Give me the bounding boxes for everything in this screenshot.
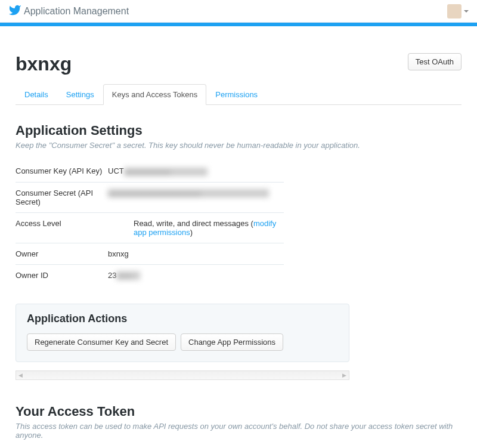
owner-id-label: Owner ID [16,271,108,280]
access-level-value: Read, write, and direct messages (modify… [134,219,284,237]
main-container: bxnxg Test OAuth Details Settings Keys a… [0,26,477,448]
owner-id-prefix: 23 [108,271,116,280]
tab-settings[interactable]: Settings [57,84,103,105]
consumer-key-prefix: UCT [108,166,124,175]
twitter-logo-icon [8,4,21,18]
app-actions-title: Application Actions [27,313,338,325]
access-token-desc: This access token can be used to make AP… [16,422,461,440]
access-level-row: Access Level Read, write, and direct mes… [16,213,284,243]
test-oauth-button[interactable]: Test OAuth [408,53,461,70]
access-token-section: Your Access Token This access token can … [16,404,461,448]
change-permissions-button[interactable]: Change App Permissions [181,333,283,351]
consumer-secret-label: Consumer Secret (API Secret) [16,189,108,206]
access-level-prefix: Read, write, and direct messages ( [134,219,253,228]
access-token-title: Your Access Token [16,404,461,419]
app-settings-title: Application Settings [16,123,461,138]
tab-permissions[interactable]: Permissions [206,84,267,105]
app-name: bxnxg [16,53,72,75]
owner-id-value: 23xxxx [108,271,284,280]
access-level-suffix: ) [190,228,193,237]
consumer-key-row: Consumer Key (API Key) UCTxxxxxxxxxxxx [16,160,284,183]
app-settings-table: Consumer Key (API Key) UCTxxxxxxxxxxxx C… [16,160,284,286]
header-left: Application Management [8,4,129,18]
owner-label: Owner [16,249,108,258]
owner-value: bxnxg [108,249,284,258]
chevron-down-icon [464,10,469,13]
tab-keys-tokens[interactable]: Keys and Access Tokens [103,84,207,105]
regenerate-key-button[interactable]: Regenerate Consumer Key and Secret [27,333,176,351]
redacted-text: xxxx [116,271,140,280]
user-menu[interactable] [447,4,469,18]
app-actions-panel: Application Actions Regenerate Consumer … [16,304,349,362]
consumer-key-value: UCTxxxxxxxxxxxx [108,166,284,176]
tab-details[interactable]: Details [16,84,57,105]
consumer-key-label: Consumer Key (API Key) [16,166,108,176]
scroll-left-icon: ◀ [18,372,23,378]
header-title: Application Management [24,6,129,17]
app-header: bxnxg Test OAuth [16,53,461,75]
consumer-secret-value: xxxxxxxxxxxxxxxxxxxxxxxx [108,189,284,206]
redacted-text: xxxxxxxxxxxxxxxxxxxxxxxx [108,189,269,197]
tabs: Details Settings Keys and Access Tokens … [16,84,461,105]
owner-row: Owner bxnxg [16,243,284,265]
consumer-secret-row: Consumer Secret (API Secret) xxxxxxxxxxx… [16,183,284,213]
top-header: Application Management [0,0,477,23]
redacted-text: xxxxxxxxxxxx [124,168,207,176]
app-settings-desc: Keep the "Consumer Secret" a secret. Thi… [16,141,461,150]
owner-id-row: Owner ID 23xxxx [16,265,284,286]
horizontal-scrollbar[interactable]: ◀ ▶ [16,370,349,380]
avatar [447,4,461,18]
scroll-right-icon: ▶ [342,372,346,378]
access-level-label: Access Level [16,219,134,237]
app-actions-buttons: Regenerate Consumer Key and Secret Chang… [27,333,338,351]
